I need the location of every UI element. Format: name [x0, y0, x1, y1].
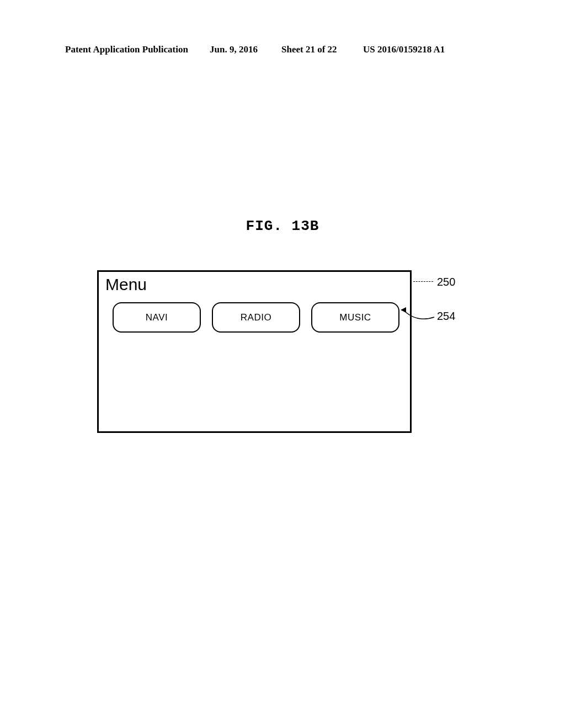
- header-date: Jun. 9, 2016: [210, 44, 258, 55]
- header-sheet: Sheet 21 of 22: [281, 44, 337, 55]
- menu-title: Menu: [105, 275, 147, 294]
- radio-button[interactable]: RADIO: [212, 302, 300, 333]
- reference-numeral-254: 254: [437, 310, 455, 323]
- figure-label: FIG. 13B: [0, 218, 565, 234]
- leader-line-250: [413, 281, 433, 282]
- navi-button[interactable]: NAVI: [113, 302, 201, 333]
- music-button[interactable]: MUSIC: [311, 302, 399, 333]
- arrowhead-icon: [401, 307, 406, 313]
- header-pubno: US 2016/0159218 A1: [363, 44, 445, 55]
- leader-line-254: [404, 311, 431, 323]
- header-publication: Patent Application Publication: [65, 44, 188, 55]
- menu-screen: Menu NAVI RADIO MUSIC: [97, 270, 412, 433]
- reference-numeral-250: 250: [437, 276, 455, 288]
- menu-button-row: NAVI RADIO MUSIC: [113, 302, 399, 333]
